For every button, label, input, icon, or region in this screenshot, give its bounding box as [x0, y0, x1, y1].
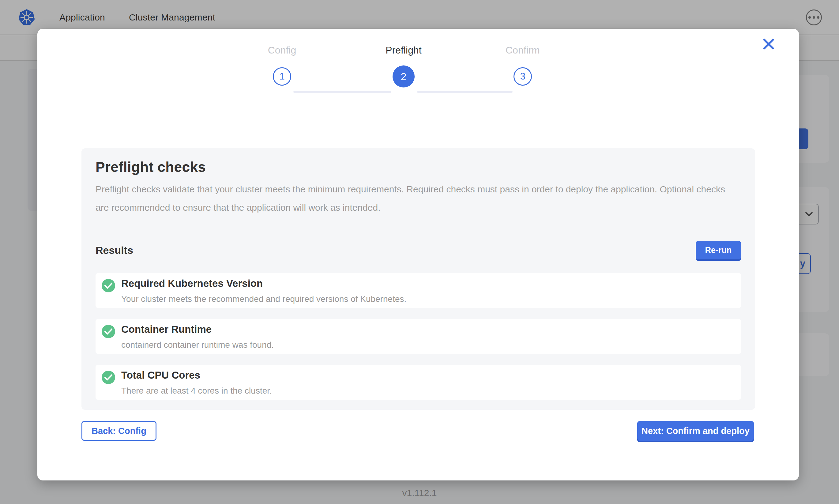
step-number: 1 [279, 71, 285, 82]
step-label-confirm: Confirm [477, 44, 569, 56]
step-label-preflight: Preflight [358, 44, 449, 56]
check-result-total-cpu-cores: Total CPU Cores There are at least 4 cor… [96, 365, 741, 400]
preflight-description: Preflight checks validate that your clus… [96, 180, 731, 217]
step-connector-2 [417, 91, 513, 93]
back-config-button[interactable]: Back: Config [82, 421, 156, 441]
next-confirm-deploy-button[interactable]: Next: Confirm and deploy [637, 421, 754, 441]
step-number: 3 [520, 71, 525, 82]
step-connector-1 [293, 91, 391, 93]
step-number: 2 [401, 71, 407, 83]
step-circle-confirm[interactable]: 3 [514, 67, 532, 86]
check-pass-icon [102, 325, 115, 338]
check-results-list: Required Kubernetes Version Your cluster… [96, 273, 741, 400]
step-circle-preflight[interactable]: 2 [393, 66, 415, 88]
check-description: containerd container runtime was found. [121, 340, 274, 350]
step-circle-config[interactable]: 1 [273, 67, 291, 86]
check-pass-icon [102, 371, 115, 384]
preflight-panel: Preflight checks Preflight checks valida… [82, 148, 755, 410]
wizard-stepper: Config Preflight Confirm 1 2 3 [37, 44, 799, 109]
preflight-modal: Config Preflight Confirm 1 2 3 Preflight… [37, 29, 799, 481]
rerun-button[interactable]: Re-run [696, 241, 741, 259]
page-title: Preflight checks [96, 159, 741, 175]
check-result-container-runtime: Container Runtime containerd container r… [96, 319, 741, 354]
check-title: Total CPU Cores [121, 370, 272, 381]
step-label-config: Config [236, 44, 328, 56]
check-title: Container Runtime [121, 324, 274, 335]
check-description: Your cluster meets the recommended and r… [121, 294, 406, 304]
check-title: Required Kubernetes Version [121, 278, 406, 289]
check-result-kubernetes-version: Required Kubernetes Version Your cluster… [96, 273, 741, 308]
check-description: There are at least 4 cores in the cluste… [121, 386, 272, 396]
results-heading: Results [96, 244, 133, 256]
screen: Application Cluster Management 0 y v1.11… [0, 0, 839, 504]
check-pass-icon [102, 279, 115, 292]
results-header-row: Results Re-run [96, 241, 741, 260]
